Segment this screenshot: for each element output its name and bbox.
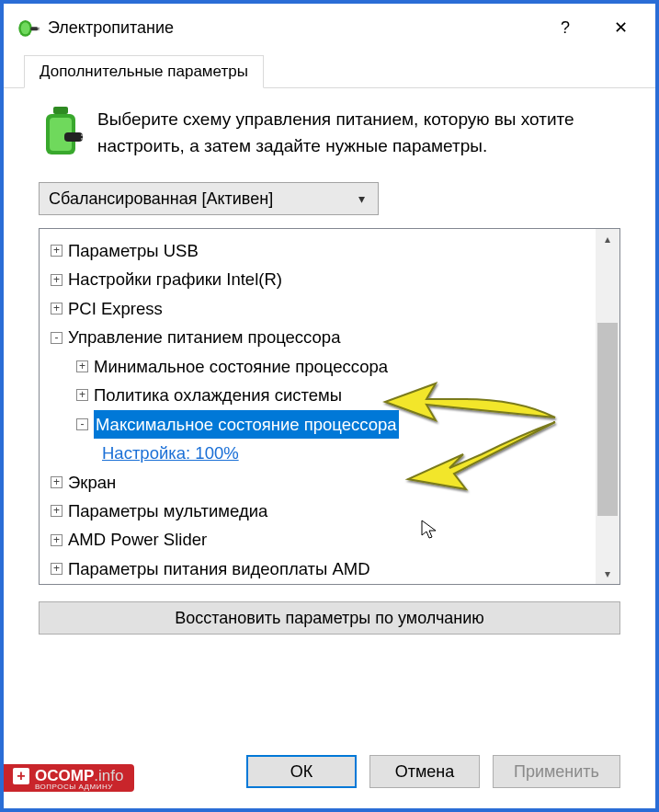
window-frame: Электропитание ? ✕ Дополнительные параме… [0,0,659,812]
tree-node-label: Параметры USB [68,236,199,265]
tree-node[interactable]: -Управление питанием процессора [49,323,592,351]
ok-button[interactable]: ОК [246,755,357,788]
expand-icon[interactable]: + [51,534,62,546]
tree-node[interactable]: +Минимальное состояние процессора [74,352,592,381]
tree-node-label: Параметры питания видеоплаты AMD [68,555,370,583]
expand-icon[interactable]: + [76,389,88,401]
expand-icon[interactable]: + [51,563,62,575]
tree-node[interactable]: +Политика охлаждения системы [74,381,592,409]
watermark-tagline: ВОПРОСЫ АДМИНУ [35,783,123,791]
battery-plug-icon [39,105,83,160]
titlebar: Электропитание ? ✕ [4,7,655,48]
plan-select-value: Сбалансированная [Активен] [49,189,273,209]
svg-rect-8 [64,132,83,142]
scroll-track[interactable] [596,249,619,564]
dialog-body: Выберите схему управления питанием, кото… [4,88,655,647]
watermark: +OCOMP.info ВОПРОСЫ АДМИНУ [4,764,134,792]
svg-rect-5 [53,107,68,114]
tree-setting-link[interactable]: Настройка: 100% [102,439,239,467]
tree-node[interactable]: +AMD Power Slider [49,525,592,554]
intro-text: Выберите схему управления питанием, кото… [97,105,620,159]
tree-node[interactable]: +Параметры питания видеоплаты AMD [49,555,592,583]
scroll-down-icon[interactable]: ▾ [596,564,619,584]
tree-node[interactable]: -Максимальное состояние процессора [74,410,592,439]
expand-icon[interactable]: + [51,274,62,286]
apply-button[interactable]: Применить [493,755,620,788]
collapse-icon[interactable]: - [51,332,62,344]
expand-icon[interactable]: + [51,505,62,517]
help-button[interactable]: ? [538,11,593,44]
restore-defaults-button[interactable]: Восстановить параметры по умолчанию [39,601,620,635]
plan-select[interactable]: Сбалансированная [Активен] ▾ [39,182,379,215]
tree-node-label: Минимальное состояние процессора [94,352,388,381]
tree-node-label: Управление питанием процессора [68,323,340,351]
settings-tree[interactable]: +Параметры USB+Настройки графики Intel(R… [40,229,596,584]
tree-node-label: Настройки графики Intel(R) [68,265,282,293]
tree-node[interactable]: +Параметры USB [49,236,592,265]
tree-node-label: AMD Power Slider [68,525,207,554]
scrollbar[interactable]: ▴ ▾ [596,229,619,584]
close-button[interactable]: ✕ [593,11,648,44]
tree-node[interactable]: +PCI Express [49,294,592,323]
svg-rect-9 [81,134,83,136]
expand-icon[interactable]: + [51,245,62,257]
tab-advanced[interactable]: Дополнительные параметры [24,55,264,88]
tree-node-label: Политика охлаждения системы [94,381,342,409]
intro-row: Выберите схему управления питанием, кото… [39,105,620,160]
tree-node-label: Максимальное состояние процессора [94,410,399,439]
svg-point-1 [21,22,30,34]
cancel-button[interactable]: Отмена [369,755,480,788]
power-plug-icon [15,15,40,40]
tree-node-label: Параметры мультимедиа [68,497,267,525]
tree-node-label: Экран [68,468,116,497]
svg-rect-3 [38,28,40,29]
window-title: Электропитание [48,18,538,38]
settings-tree-box: +Параметры USB+Настройки графики Intel(R… [39,228,620,585]
dialog: Электропитание ? ✕ Дополнительные параме… [4,4,655,647]
svg-rect-10 [81,138,83,140]
tree-node[interactable]: Настройка: 100% [100,439,592,467]
tree-node[interactable]: +Настройки графики Intel(R) [49,265,592,293]
tree-node[interactable]: +Экран [49,468,592,497]
tree-node[interactable]: +Параметры мультимедиа [49,497,592,525]
tab-row: Дополнительные параметры [4,53,655,88]
svg-rect-2 [30,27,38,30]
expand-icon[interactable]: + [76,360,88,372]
expand-icon[interactable]: + [51,476,62,488]
watermark-plus-icon: + [13,768,29,784]
scroll-thumb[interactable] [597,323,618,516]
svg-rect-4 [38,29,40,30]
expand-icon[interactable]: + [51,303,62,315]
restore-row: Восстановить параметры по умолчанию [39,601,620,635]
scroll-up-icon[interactable]: ▴ [596,229,619,249]
collapse-icon[interactable]: - [76,418,88,430]
tree-node-label: PCI Express [68,294,163,323]
chevron-down-icon: ▾ [358,191,365,206]
